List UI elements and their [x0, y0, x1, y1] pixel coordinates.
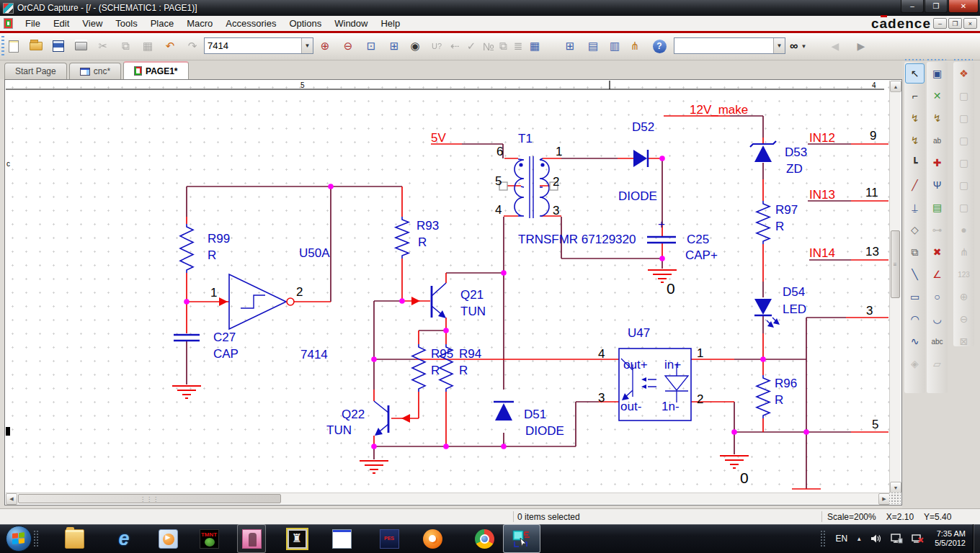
place-arc-tool[interactable]: ◠ — [905, 309, 925, 329]
new-simulation-profile-tool[interactable]: ❖ — [954, 63, 974, 84]
cut-button[interactable]: ✂ — [94, 37, 112, 55]
label-ref-C25[interactable]: C25 — [687, 233, 709, 246]
snap-to-grid-button[interactable]: ⊞ — [561, 37, 579, 55]
schematic-page[interactable]: R99RU50AC27CAP7414R93RQ21TUNR95RR94RQ22T… — [6, 81, 890, 493]
find-input[interactable] — [674, 40, 773, 51]
label-pin-T1-2[interactable]: 2 — [553, 175, 559, 189]
label-pin-T1-3[interactable]: 3 — [553, 204, 559, 217]
place-ellipse-tool[interactable]: ○ — [927, 287, 947, 307]
capacitor-C27[interactable] — [174, 335, 200, 341]
simulation-queue-tool[interactable]: ▢ — [954, 175, 974, 195]
transistor-Q21[interactable] — [432, 283, 446, 318]
scroll-up-icon[interactable]: ▲ — [890, 81, 901, 92]
label-ref-D54[interactable]: D54 — [783, 285, 805, 299]
tab-page1-[interactable]: PAGE1* — [123, 61, 188, 79]
label-ref-D51[interactable]: D51 — [524, 408, 546, 421]
taskbar-tmnt-game[interactable]: TMNT — [195, 524, 223, 553]
resistor-R96[interactable] — [757, 375, 770, 418]
label-val-U50A[interactable]: 7414 — [300, 348, 328, 361]
label-net-IN12[interactable]: IN12 — [809, 131, 835, 145]
find-combo[interactable]: ▼ — [674, 37, 785, 54]
descend-hierarchy-button[interactable]: ▤ — [584, 37, 602, 55]
label-val-C27[interactable]: CAP — [213, 347, 239, 361]
resistor-R99[interactable] — [180, 224, 193, 273]
place-bezier-tool[interactable]: ∿ — [905, 331, 925, 351]
scroll-left-icon[interactable]: ◀ — [6, 493, 17, 505]
label-ref-R97[interactable]: R97 — [775, 203, 798, 217]
combo-dropdown-icon[interactable]: ▼ — [301, 38, 313, 53]
junction-dot[interactable] — [731, 429, 737, 435]
place-port-tool[interactable]: ◇ — [905, 220, 925, 240]
restore-button[interactable]: ❐ — [925, 0, 948, 13]
label-pin-T1-5[interactable]: 5 — [495, 174, 502, 188]
label-val-R97[interactable]: R — [775, 220, 784, 233]
zoom-all-button[interactable]: ⊞ — [385, 37, 404, 55]
label-ref-Q21[interactable]: Q21 — [460, 288, 484, 302]
tab-start-page[interactable]: Start Page — [4, 63, 67, 79]
undo-button[interactable]: ↶ — [161, 37, 179, 55]
title-bar[interactable]: OrCAD Capture - [/ - (SCHEMATIC1 : PAGE1… — [0, 0, 980, 16]
find-button[interactable]: ∞ ▼ — [790, 37, 821, 55]
label-grid-ref-4[interactable]: 4 — [872, 81, 876, 89]
label-pin-T1-6[interactable]: 6 — [496, 145, 503, 158]
label-ref-U47[interactable]: U47 — [628, 326, 650, 340]
menu-file[interactable]: File — [19, 17, 47, 30]
label-val-R96[interactable]: R — [775, 393, 783, 407]
place-ip-marker-tool[interactable]: ◈ — [905, 354, 925, 374]
taskbar-tower-game[interactable] — [282, 524, 311, 553]
label-val-D51[interactable]: DIODE — [525, 424, 564, 438]
zoom-out-tool-tool[interactable]: ⊖ — [954, 309, 974, 329]
minimize-button[interactable]: – — [901, 0, 924, 13]
place-rectangle-tool[interactable]: ▭ — [905, 287, 925, 307]
label-ref-R96[interactable]: R96 — [775, 377, 797, 390]
taskbar-explorer[interactable] — [60, 524, 89, 553]
schematic-canvas[interactable]: R99RU50AC27CAP7414R93RQ21TUNR95RR94RQ22T… — [4, 79, 902, 505]
taskbar-pes-game[interactable]: PES — [375, 524, 404, 553]
taskbar-media-player[interactable] — [153, 524, 182, 553]
label-gnd-0-u47[interactable]: 0 — [740, 469, 749, 486]
label-pin-T1-1[interactable]: 1 — [556, 145, 562, 158]
menu-view[interactable]: View — [76, 17, 109, 30]
language-indicator[interactable]: EN — [836, 534, 848, 544]
tab-cnc-[interactable]: cnc* — [69, 63, 121, 79]
label-val-R99[interactable]: R — [208, 248, 216, 262]
pin-arrow[interactable] — [401, 414, 410, 423]
label-val-R93[interactable]: R — [418, 235, 427, 249]
transistor-Q22[interactable] — [374, 401, 388, 436]
label-grid-ref-c[interactable]: c — [6, 160, 10, 168]
scroll-down-icon[interactable]: ▼ — [890, 482, 901, 493]
design-structure-button[interactable]: ⋔ — [625, 37, 644, 55]
ground-symbol-gnd-q22[interactable] — [360, 461, 388, 473]
taskbar-vice-city-game[interactable] — [237, 524, 266, 553]
label-plus-C25[interactable]: + — [658, 217, 665, 231]
part-search-input[interactable] — [205, 40, 301, 51]
view-output-file-tool[interactable]: ▢ — [954, 153, 974, 173]
measure-tool[interactable]: 123 — [954, 264, 974, 284]
label-pin-U50A-2[interactable]: 2 — [296, 285, 303, 299]
place-part-tool[interactable]: ▣ — [927, 63, 947, 84]
place-bus-tool[interactable]: ┗ — [905, 153, 925, 173]
part-search-combo[interactable]: ▼ — [204, 37, 313, 54]
label-val-D54[interactable]: LED — [783, 302, 806, 316]
vertical-scroll-thumb[interactable]: ≡ — [891, 230, 900, 298]
zoom-area-button[interactable]: ⊡ — [362, 37, 380, 55]
label-ref-D53[interactable]: D53 — [785, 145, 807, 159]
diode-D51[interactable] — [494, 402, 514, 421]
junction-dot[interactable] — [501, 270, 507, 276]
pin-arrow[interactable] — [411, 297, 420, 305]
place-junction-tool[interactable]: ✚ — [927, 153, 947, 173]
junction-dot[interactable] — [501, 444, 507, 449]
view-simulation-results-tool[interactable]: ▢ — [954, 130, 974, 150]
label-grid-ref-5[interactable]: 5 — [300, 81, 305, 89]
select-tool[interactable]: ↖ — [905, 63, 925, 84]
resistor-R95[interactable] — [412, 344, 425, 392]
label-val-Q22[interactable]: TUN — [326, 423, 352, 437]
label-val-R94[interactable]: R — [459, 364, 468, 377]
auto-wire-multipoint-tool[interactable]: ↯ — [927, 108, 947, 128]
label-pin-3[interactable]: 3 — [866, 304, 873, 318]
label-pin-11[interactable]: 11 — [865, 186, 878, 199]
copy-button[interactable]: ⧉ — [116, 37, 135, 55]
junction-dot[interactable] — [371, 356, 377, 362]
zener-D53[interactable] — [750, 141, 776, 162]
capacitor-C25[interactable] — [647, 237, 676, 243]
